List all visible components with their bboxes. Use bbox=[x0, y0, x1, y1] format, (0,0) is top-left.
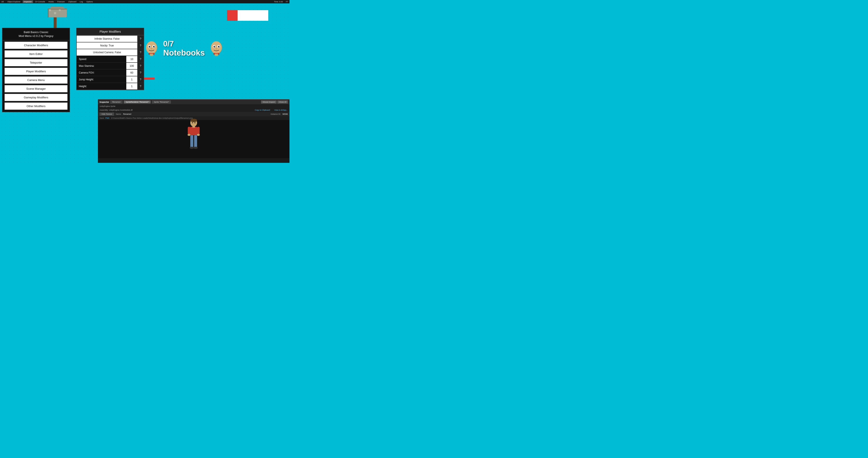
height-label: Height: bbox=[77, 83, 126, 89]
infinite-stamina-help[interactable]: ? bbox=[137, 35, 144, 42]
svg-point-17 bbox=[154, 46, 154, 47]
topbar-options[interactable]: Options bbox=[85, 0, 94, 3]
view-in-dnspy-btn[interactable]: View in dnSpy... bbox=[274, 109, 288, 111]
svg-rect-8 bbox=[59, 9, 61, 11]
inspector-tab-spriterenderer[interactable]: SpriteRenderer "Rename2" bbox=[124, 101, 151, 104]
player-modifiers-title: Player Modifiers bbox=[77, 28, 144, 35]
camera-fov-label: Camera FOV: bbox=[77, 70, 126, 76]
svg-point-44 bbox=[190, 147, 194, 149]
toggle-infinite-stamina: Infinite Stamina: False ? bbox=[77, 35, 144, 42]
svg-point-33 bbox=[190, 119, 197, 122]
height-help[interactable]: ? bbox=[137, 83, 144, 89]
inspector-tab-sprite[interactable]: Sprite "Rename2" bbox=[152, 101, 171, 104]
name-field-value: Rename2 bbox=[123, 113, 131, 115]
btn-gameplay-modifiers[interactable]: Gameplay Modifiers bbox=[4, 93, 68, 102]
instance-id-label: Instance ID: bbox=[271, 113, 281, 115]
topbar-object-explorer[interactable]: Object Explorer bbox=[6, 0, 22, 3]
param-jump-height: Jump Height: 1 ? bbox=[77, 76, 144, 83]
svg-rect-38 bbox=[197, 127, 199, 135]
character-preview bbox=[183, 117, 204, 161]
jump-height-help[interactable]: ? bbox=[137, 76, 144, 83]
btn-other-modifiers[interactable]: Other Modifiers bbox=[4, 102, 68, 110]
topbar-inspector[interactable]: Inspector bbox=[23, 0, 33, 3]
btn-camera-menu[interactable]: Camera Menu bbox=[4, 76, 68, 84]
toggle-noclip: Noclip: True ? bbox=[77, 42, 144, 49]
instance-id-value: 90596 bbox=[282, 113, 288, 115]
speed-help[interactable]: ? bbox=[137, 56, 144, 62]
svg-point-34 bbox=[192, 122, 193, 123]
svg-rect-7 bbox=[49, 9, 51, 11]
svg-point-22 bbox=[211, 41, 222, 53]
svg-point-45 bbox=[193, 147, 198, 149]
unlocked-camera-label[interactable]: Unlocked Camera: False bbox=[77, 49, 137, 56]
inspector-preview bbox=[98, 120, 289, 158]
param-speed: Speed: 10 ? bbox=[77, 56, 144, 62]
svg-rect-20 bbox=[150, 54, 153, 56]
btn-item-editor[interactable]: Item Editor bbox=[4, 50, 68, 58]
noclip-label[interactable]: Noclip: True bbox=[77, 42, 137, 49]
jump-height-value[interactable]: 1 bbox=[126, 76, 137, 83]
svg-point-29 bbox=[216, 48, 217, 49]
inspector-type-label: UnityEngine.Sprite bbox=[100, 105, 116, 107]
svg-point-27 bbox=[214, 46, 215, 47]
topbar-freecam[interactable]: Freecam bbox=[56, 0, 66, 3]
btn-teleporter[interactable]: Teleporter bbox=[4, 59, 68, 66]
topbar-hooks[interactable]: Hooks bbox=[47, 0, 55, 3]
format-label[interactable]: PNG bbox=[105, 117, 110, 119]
max-stamina-help[interactable]: ? bbox=[137, 62, 144, 69]
topbar-time: Time: 0.00 bbox=[274, 1, 284, 3]
svg-rect-43 bbox=[194, 135, 197, 147]
svg-rect-31 bbox=[215, 54, 218, 56]
inspector-type-row: UnityEngine.Sprite bbox=[98, 104, 289, 108]
corner-rect-white bbox=[238, 10, 268, 21]
svg-point-35 bbox=[194, 122, 195, 123]
name-field-label: Name: bbox=[116, 113, 121, 115]
camera-fov-help[interactable]: ? bbox=[137, 69, 144, 76]
inspector-panel: Inspector filename2 SpriteRenderer "Rena… bbox=[98, 99, 289, 163]
svg-rect-9 bbox=[54, 12, 56, 14]
btn-scene-manager[interactable]: Scene Manager bbox=[4, 85, 68, 93]
btn-player-modifiers[interactable]: Player Modifiers bbox=[4, 67, 68, 75]
inspector-assembly-label: Assembly: UnityEngine.CoreModule.dll bbox=[100, 109, 133, 111]
corner-rectangle bbox=[227, 10, 268, 21]
close-all-btn[interactable]: Close All bbox=[277, 101, 288, 104]
btn-character-modifiers[interactable]: Character Modifiers bbox=[4, 41, 68, 49]
file-path: D:\Games\Baldi's Basics Plus Melon Loade… bbox=[111, 117, 193, 119]
speed-value[interactable]: 10 bbox=[126, 56, 137, 62]
infinite-stamina-label[interactable]: Infinite Stamina: False bbox=[77, 36, 137, 42]
inspector-assembly-row: Assembly: UnityEngine.CoreModule.dll Cop… bbox=[98, 108, 289, 112]
copy-to-clipboard-btn[interactable]: Copy to Clipboard bbox=[255, 109, 270, 111]
jump-height-label: Jump Height: bbox=[77, 77, 126, 83]
speed-label: Speed: bbox=[77, 56, 126, 62]
svg-rect-42 bbox=[190, 135, 193, 147]
inspector-header: Inspector filename2 SpriteRenderer "Rena… bbox=[98, 99, 289, 104]
topbar-csharp-console[interactable]: C# Console bbox=[34, 0, 46, 3]
inspector-action-bar: Hide Texture Name: Rename2 Instance ID: … bbox=[98, 112, 289, 116]
inspector-tab-filename2[interactable]: filename2 bbox=[111, 101, 123, 104]
svg-rect-37 bbox=[188, 127, 190, 135]
svg-rect-36 bbox=[190, 127, 197, 135]
svg-point-16 bbox=[149, 46, 150, 47]
notebooks-display: 0/7 Notebooks bbox=[144, 39, 224, 57]
camera-fov-value[interactable]: 60 bbox=[126, 69, 137, 76]
mouse-inspect-btn[interactable]: Mouse Inspect bbox=[261, 101, 277, 104]
save-label: Save: bbox=[100, 117, 104, 119]
svg-point-11 bbox=[147, 41, 157, 53]
topbar-clipboard[interactable]: Clipboard bbox=[67, 0, 78, 3]
game-area: 0/7 Notebooks Baldi Bas bbox=[0, 3, 289, 163]
svg-rect-5 bbox=[48, 8, 49, 18]
inspector-body bbox=[98, 120, 289, 158]
noclip-help[interactable]: ? bbox=[137, 42, 144, 49]
svg-point-28 bbox=[219, 46, 219, 47]
height-value[interactable]: 1 bbox=[126, 83, 137, 89]
inspector-title: Inspector bbox=[100, 101, 109, 103]
unlocked-camera-help[interactable]: ? bbox=[137, 49, 144, 56]
mod-menu-panel: Baldi Basics Classic Mod Menu v2.0.2 by … bbox=[2, 28, 70, 112]
player-modifiers-panel: Player Modifiers Infinite Stamina: False… bbox=[76, 28, 144, 90]
topbar-log[interactable]: Log bbox=[79, 0, 84, 3]
max-stamina-value[interactable]: 100 bbox=[126, 63, 137, 69]
topbar-ft[interactable]: FT bbox=[285, 0, 289, 3]
inspector-controls: Mouse Inspect Close All bbox=[261, 101, 288, 104]
topbar-ue[interactable]: UE bbox=[0, 0, 5, 3]
hide-texture-btn[interactable]: Hide Texture bbox=[100, 113, 114, 116]
